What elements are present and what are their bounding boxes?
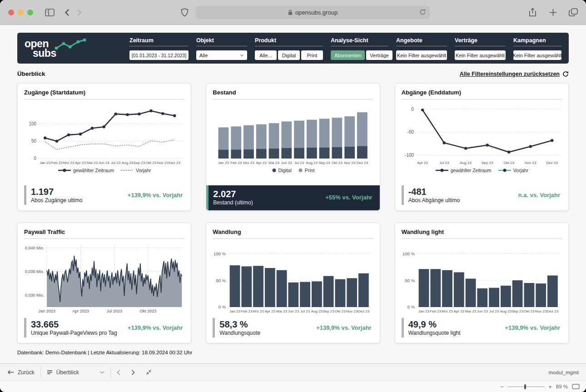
kpi-delta: +139,9% vs. Vorjahr — [128, 324, 183, 331]
produkt-alle-button[interactable]: Alle... — [255, 50, 277, 60]
vertraege-filter-button[interactable]: Kein Filter ausgewählt — [455, 50, 506, 60]
minimize-window-button[interactable] — [18, 10, 24, 15]
svg-text:-100: -100 — [405, 153, 414, 158]
presentation-mode-icon[interactable] — [572, 384, 580, 389]
share-icon[interactable] — [529, 8, 536, 17]
svg-text:Apr 23: Apr 23 — [417, 161, 428, 165]
svg-text:Jun 23: Jun 23 — [288, 309, 299, 313]
zeitraum-input[interactable] — [129, 50, 189, 60]
svg-text:Mrz 23: Mrz 23 — [63, 161, 74, 165]
filter-label: Verträge — [455, 37, 506, 46]
new-tab-icon[interactable] — [549, 9, 557, 16]
browser-window: opensubs.group open subs Zeitra — [0, 0, 586, 392]
database-footnote: Datenbank: Demo-Datenbank | Letzte Aktua… — [17, 350, 569, 355]
privacy-shield-icon[interactable] — [181, 8, 189, 17]
filter-label: Zeitraum — [129, 37, 189, 46]
svg-text:Apr 2023: Apr 2023 — [72, 309, 89, 313]
chart: Jan 23Feb 23Mrz 23Apr 23Mai 23Jun 23Jul … — [213, 102, 373, 166]
svg-text:Okt 23: Okt 23 — [524, 309, 535, 313]
svg-text:Aug 23: Aug 23 — [500, 309, 512, 313]
svg-text:Jun 23: Jun 23 — [281, 161, 293, 165]
svg-text:Okt 23: Okt 23 — [503, 161, 514, 165]
kpi-delta: +139,9% vs. Vorjahr — [128, 192, 183, 198]
legend-item: Vorjahr — [120, 168, 151, 173]
svg-text:Dez 23: Dez 23 — [169, 161, 181, 165]
analyse-abonnenten-button[interactable]: Abonnenten — [331, 50, 365, 60]
svg-text:Jul 23: Jul 23 — [439, 161, 449, 165]
chart: 0-50-100Apr 23Jul 23Aug 23Sep 23Okt 23No… — [402, 102, 562, 166]
svg-text:Mai 23: Mai 23 — [268, 161, 280, 165]
svg-text:Jan 2023: Jan 2023 — [39, 309, 55, 313]
prev-page-button[interactable] — [117, 370, 120, 375]
sidebar-icon[interactable] — [45, 9, 55, 16]
svg-text:0 %: 0 % — [407, 305, 415, 310]
filter-label: Objekt — [196, 37, 247, 46]
objekt-select[interactable]: Alle — [196, 50, 247, 60]
zoom-in-button[interactable]: + — [548, 383, 552, 390]
address-bar[interactable]: opensubs.group — [196, 6, 430, 19]
chart-legend: gewählter ZeitraumVorjahr — [24, 166, 184, 175]
forward-button[interactable] — [77, 9, 82, 16]
close-window-button[interactable] — [8, 10, 14, 15]
chart-legend: gewählter ZeitraumVorjahr — [402, 166, 562, 175]
view-selector[interactable]: Überblick — [47, 369, 104, 376]
svg-text:Aug 23: Aug 23 — [460, 161, 472, 165]
back-nav-button[interactable]: Zurück — [7, 369, 35, 376]
kpi-delta: +55% vs. Vorjahr — [325, 194, 372, 201]
svg-text:Apr 23: Apr 23 — [265, 309, 276, 313]
svg-text:Feb 23: Feb 23 — [430, 309, 442, 313]
zoom-level: 89 % — [556, 384, 568, 389]
svg-text:0: 0 — [411, 107, 414, 112]
svg-text:Jul 23: Jul 23 — [489, 309, 499, 313]
kpi-value: -481 — [408, 187, 460, 197]
svg-text:Jul 23: Jul 23 — [300, 309, 310, 313]
reset-filters-link[interactable]: Alle Filtereinstellungen zurücksetzen — [460, 71, 569, 77]
svg-text:Jul 2023: Jul 2023 — [107, 309, 122, 313]
chart: 0 %50 %100 %Jan 23Feb 23Mrz 23Apr 23Mai … — [213, 242, 373, 314]
svg-text:0,040 Mio.: 0,040 Mio. — [25, 246, 44, 250]
kpi-card-bestand: Bestand Jan 23Feb 23Mrz 23Apr 23Mai 23Ju… — [206, 83, 380, 211]
zoom-slider-handle[interactable] — [524, 384, 526, 389]
svg-text:Mai 23: Mai 23 — [276, 309, 288, 313]
svg-text:Apr 23: Apr 23 — [75, 161, 86, 165]
kpi-label: Abos Zugänge ultimo — [31, 197, 82, 203]
zoom-out-button[interactable]: − — [501, 383, 504, 390]
tab-overview-icon[interactable] — [569, 8, 578, 16]
kpi-value: 1.197 — [31, 187, 82, 197]
svg-text:Jun 23: Jun 23 — [99, 161, 110, 165]
filter-vertraege: Verträge Kein Filter ausgewählt — [455, 37, 506, 60]
filter-label: Analyse-Sicht — [331, 37, 388, 46]
svg-text:Feb 23: Feb 23 — [51, 161, 63, 165]
address-url: opensubs.group — [295, 9, 338, 16]
chart-legend: DigitalPrint — [213, 166, 373, 175]
card-title: Paywall Traffic — [24, 228, 184, 239]
angebote-filter-button[interactable]: Kein Filter ausgewählt — [396, 50, 447, 60]
zoom-window-button[interactable] — [27, 10, 33, 15]
svg-text:0 %: 0 % — [219, 305, 226, 310]
kpi-label: Abos Abgänge ultimo — [408, 197, 460, 203]
svg-text:Jun 23: Jun 23 — [477, 309, 488, 313]
filter-produkt: Produkt Alle... Digital Print — [255, 37, 323, 60]
back-button[interactable] — [65, 9, 70, 16]
svg-text:Jan 23: Jan 23 — [229, 309, 241, 313]
filter-angebote: Angebote Kein Filter ausgewählt — [396, 37, 447, 60]
analyse-vertraege-button[interactable]: Verträge — [366, 50, 392, 60]
next-page-button[interactable] — [131, 370, 135, 375]
svg-text:Apr 23: Apr 23 — [256, 161, 267, 165]
dashboard-grid: Zugänge (Startdatum) 050100Jan 23Feb 23M… — [17, 83, 569, 343]
produkt-print-button[interactable]: Print — [301, 50, 323, 60]
produkt-digital-button[interactable]: Digital — [278, 50, 300, 60]
zoom-slider[interactable] — [508, 387, 544, 387]
svg-text:Okt 23: Okt 23 — [332, 161, 343, 165]
kampagnen-filter-button[interactable]: Kein Filter ausgewählt — [513, 50, 561, 60]
svg-text:100 %: 100 % — [214, 251, 226, 256]
kpi-value: 33.665 — [31, 319, 117, 330]
filter-objekt: Objekt Alle — [196, 37, 247, 60]
kpi-delta: +139,9% vs. Vorjahr — [316, 324, 372, 331]
svg-text:Okt 23: Okt 23 — [146, 161, 157, 165]
reload-icon[interactable] — [419, 9, 426, 17]
svg-text:Feb 23: Feb 23 — [241, 309, 253, 313]
svg-text:Feb 23: Feb 23 — [231, 161, 243, 165]
collapse-icon[interactable] — [146, 369, 152, 375]
legend-item: Digital — [272, 168, 292, 173]
